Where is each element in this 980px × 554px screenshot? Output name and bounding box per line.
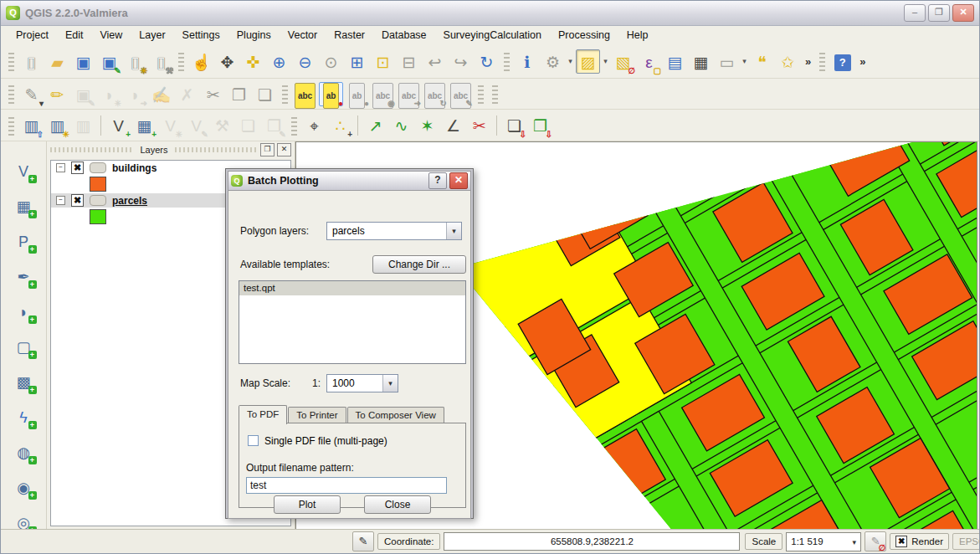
total-station-icon[interactable]: ⌖ bbox=[302, 113, 326, 137]
refresh-map-icon[interactable]: ↻ bbox=[475, 49, 499, 74]
new-fieldbook-icon[interactable]: ▥✳ bbox=[45, 113, 69, 137]
new-polygon-layer-disabled-icon[interactable]: V✳ bbox=[158, 113, 182, 137]
load-fieldbook-icon[interactable]: ▥⇧ bbox=[19, 113, 44, 137]
layer-visibility-checkbox[interactable]: ✖ bbox=[71, 194, 84, 207]
toolbar-grip[interactable] bbox=[492, 84, 498, 104]
parcels-color-swatch[interactable] bbox=[90, 209, 106, 224]
dialog-close-icon[interactable]: ✕ bbox=[449, 172, 468, 189]
chevron-down-icon[interactable] bbox=[446, 223, 461, 239]
zoom-next-icon[interactable]: ↪ bbox=[449, 49, 473, 74]
toolbar-grip[interactable] bbox=[291, 115, 297, 136]
save-project-icon[interactable]: ▣ bbox=[71, 49, 95, 74]
render-checkbox[interactable]: ✖ bbox=[895, 536, 907, 547]
stop-render-icon[interactable]: ✎∅ bbox=[865, 531, 886, 551]
chevron-down-icon[interactable] bbox=[848, 536, 860, 546]
save-project-as-icon[interactable]: ▣✎ bbox=[97, 49, 121, 74]
new-print-composer-icon[interactable]: ▯✳ bbox=[123, 49, 147, 74]
toolbar-grip[interactable] bbox=[8, 84, 14, 104]
toolbar-grip[interactable] bbox=[8, 115, 14, 136]
dropdown-arrow-icon[interactable]: ▾ bbox=[740, 57, 749, 65]
menu-vector[interactable]: Vector bbox=[280, 28, 326, 43]
buildings-color-swatch[interactable] bbox=[90, 177, 106, 192]
zoom-native-icon[interactable]: ⊙ bbox=[319, 49, 343, 74]
zoom-last-icon[interactable]: ↩ bbox=[423, 49, 447, 74]
menu-settings[interactable]: Settings bbox=[174, 28, 228, 43]
tab-to-composer-view[interactable]: To Composer View bbox=[347, 407, 444, 423]
move-feature-icon[interactable]: ◗➜ bbox=[123, 82, 147, 106]
open-project-icon[interactable]: ▰ bbox=[45, 49, 69, 74]
help-contents-icon[interactable]: ? bbox=[830, 49, 854, 74]
menu-raster[interactable]: Raster bbox=[326, 28, 373, 43]
rotate-label-icon[interactable]: abc↻ bbox=[423, 82, 447, 106]
traverse-calculation-icon[interactable]: ∿ bbox=[389, 113, 413, 137]
menu-project[interactable]: Project bbox=[8, 28, 57, 43]
toolbar-grip[interactable] bbox=[819, 51, 825, 71]
node-tool-icon[interactable]: ✍ bbox=[149, 82, 173, 106]
scale-select[interactable]: 1:1 519 bbox=[786, 532, 861, 551]
add-wcs-layer-icon[interactable]: ◉+ bbox=[12, 475, 36, 500]
panel-float-icon[interactable]: ❐ bbox=[260, 143, 275, 156]
single-pdf-checkbox[interactable] bbox=[248, 435, 259, 446]
new-point-layer-icon[interactable]: V+ bbox=[106, 113, 131, 137]
survey-page-disabled-icon[interactable]: ❏ bbox=[236, 113, 260, 137]
layer-visibility-checkbox[interactable]: ✖ bbox=[71, 162, 84, 174]
network-adjustment-icon[interactable]: ✶ bbox=[415, 113, 439, 137]
field-calculator-icon[interactable]: ▦ bbox=[689, 49, 713, 74]
panel-grip[interactable] bbox=[175, 147, 258, 152]
new-project-icon[interactable]: ▯ bbox=[19, 49, 44, 74]
toolbar-overflow-icon[interactable]: » bbox=[855, 55, 870, 68]
composer-manager-icon[interactable]: ▯⚒ bbox=[149, 49, 173, 74]
chevron-down-icon[interactable] bbox=[382, 375, 398, 392]
fieldbook-disabled-icon[interactable]: ▥ bbox=[71, 113, 95, 137]
pan-to-selection-icon[interactable]: ✜ bbox=[241, 49, 265, 74]
deselect-all-icon[interactable]: ▧∅ bbox=[611, 49, 635, 74]
render-toggle[interactable]: ✖ Render bbox=[890, 533, 949, 550]
extents-toggle-icon[interactable]: ✎ bbox=[352, 531, 374, 551]
add-wms-layer-icon[interactable]: ◍+ bbox=[12, 440, 36, 464]
panel-close-icon[interactable]: ✕ bbox=[277, 143, 291, 156]
toolbar-overflow-icon[interactable]: » bbox=[801, 55, 815, 68]
templates-list[interactable]: test.qpt bbox=[239, 280, 466, 364]
menu-layer[interactable]: Layer bbox=[131, 28, 173, 43]
zoom-in-icon[interactable]: ⊕ bbox=[267, 49, 291, 74]
measure-line-icon[interactable]: ▭ bbox=[715, 49, 739, 74]
dialog-close-button[interactable]: Close bbox=[364, 495, 431, 514]
map-scale-select[interactable]: 1000 bbox=[326, 374, 398, 392]
add-spatialite-layer-icon[interactable]: ✒+ bbox=[12, 264, 36, 289]
save-layer-edits-icon[interactable]: ▣✎ bbox=[71, 82, 95, 106]
dialog-titlebar[interactable]: Q Batch Plotting ? ✕ bbox=[228, 171, 471, 191]
maximize-button[interactable]: ❐ bbox=[928, 4, 950, 22]
coordinate-transformation-icon[interactable]: ∠ bbox=[441, 113, 465, 137]
map-tips-icon[interactable]: ❝ bbox=[750, 49, 774, 74]
toolbar-grip[interactable] bbox=[178, 51, 184, 71]
add-oracle-layer-icon[interactable]: ▢+ bbox=[12, 335, 36, 359]
change-dir-button[interactable]: Change Dir ... bbox=[372, 255, 466, 274]
batch-plotting-icon[interactable]: ❏⇩ bbox=[502, 113, 526, 137]
panel-grip[interactable] bbox=[50, 147, 133, 152]
menu-help[interactable]: Help bbox=[618, 28, 657, 43]
edit-polygon-layer-disabled-icon[interactable]: V✎ bbox=[184, 113, 208, 137]
survey-page-edit-disabled-icon[interactable]: ❐✎ bbox=[262, 113, 286, 137]
add-feature-icon[interactable]: ◗✳ bbox=[97, 82, 121, 106]
menu-edit[interactable]: Edit bbox=[57, 28, 92, 43]
add-raster-layer-icon[interactable]: ▦+ bbox=[12, 194, 36, 218]
menu-processing[interactable]: Processing bbox=[550, 28, 618, 43]
zoom-out-icon[interactable]: ⊖ bbox=[293, 49, 317, 74]
select-features-rectangle-icon[interactable]: ▨ bbox=[576, 49, 600, 74]
run-feature-action-icon[interactable]: ⚙ bbox=[541, 49, 565, 74]
template-list-item[interactable]: test.qpt bbox=[239, 281, 465, 295]
toolbar-grip[interactable] bbox=[478, 84, 484, 104]
menu-database[interactable]: Database bbox=[373, 28, 435, 43]
menu-surveyingcalculation[interactable]: SurveyingCalculation bbox=[435, 28, 550, 43]
move-label-icon[interactable]: abc➜ bbox=[397, 82, 421, 106]
add-survey-points-icon[interactable]: ∴+ bbox=[328, 113, 352, 137]
zoom-to-layer-icon[interactable]: ⊟ bbox=[397, 49, 421, 74]
identify-features-icon[interactable]: ℹ bbox=[515, 49, 539, 74]
dropdown-arrow-icon[interactable]: ▾ bbox=[566, 57, 575, 65]
tab-to-pdf[interactable]: To PDF bbox=[239, 405, 287, 424]
labeling-icon[interactable]: abc bbox=[293, 82, 317, 106]
dropdown-arrow-icon[interactable]: ▾ bbox=[601, 57, 610, 65]
menu-view[interactable]: View bbox=[91, 28, 131, 43]
plot-by-template-icon[interactable]: ❐⇩ bbox=[528, 113, 552, 137]
layer-name[interactable]: buildings bbox=[112, 162, 156, 174]
